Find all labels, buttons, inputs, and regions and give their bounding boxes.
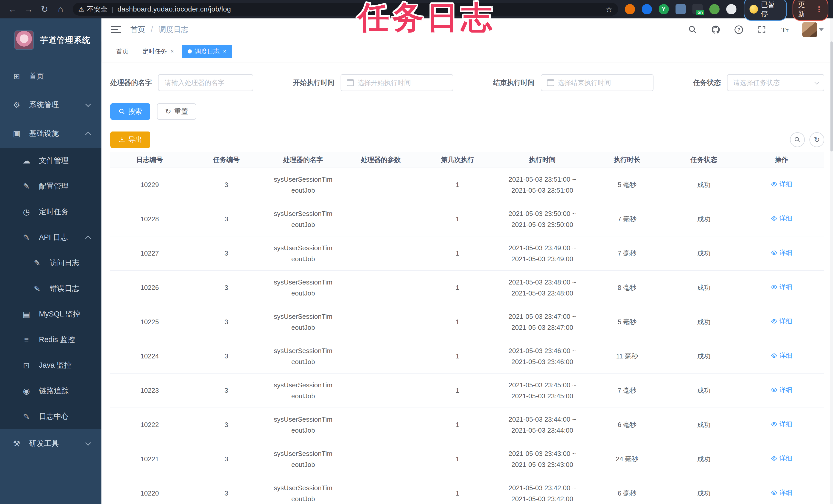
chevron-down-icon (85, 101, 91, 107)
adblock-icon[interactable] (625, 4, 635, 14)
table-row: 102273sysUserSessionTimeoutJob12021-05-0… (110, 236, 824, 271)
sidebar-item-系统管理[interactable]: ⚙系统管理 (0, 91, 101, 119)
date-picker-input[interactable]: 选择开始执行时间 (340, 74, 453, 91)
collapse-menu-icon[interactable] (111, 26, 121, 33)
detail-link[interactable]: 详细 (771, 350, 792, 361)
operation-cell: 详细 (742, 487, 821, 499)
sidebar-item-研发工具[interactable]: ⚒研发工具 (0, 429, 101, 458)
search-button[interactable]: 搜索 (110, 103, 150, 120)
detail-link[interactable]: 详细 (771, 316, 792, 326)
detail-link[interactable]: 详细 (771, 179, 792, 189)
tab-首页[interactable]: 首页 (111, 45, 134, 58)
forward-icon[interactable]: → (21, 4, 37, 14)
exec-time-cell: 2021-05-03 23:51:00 ~2021-05-03 23:51:00 (496, 174, 589, 196)
sidebar-item-MySQL-监控[interactable]: ▤MySQL 监控 (0, 301, 101, 327)
edit-square-icon: ✎ (21, 182, 32, 191)
sidebar-item-错误日志[interactable]: ✎错误日志 (0, 276, 101, 301)
reset-button[interactable]: ↻ 重置 (157, 103, 196, 120)
sidebar-item-label: Redis 监控 (39, 335, 75, 345)
sidebar-logo-row[interactable]: 芋道管理系统 (0, 19, 101, 62)
column-header: 任务状态 (666, 155, 742, 164)
user-menu[interactable] (802, 22, 824, 37)
drop-icon[interactable] (642, 4, 652, 14)
help-icon[interactable]: ? (733, 24, 744, 35)
duration-cell: 6 毫秒 (589, 419, 666, 430)
detail-link[interactable]: 详细 (771, 247, 792, 258)
sidebar-item-Redis-监控[interactable]: ≡Redis 监控 (0, 327, 101, 353)
detail-label: 详细 (780, 384, 792, 395)
back-icon[interactable]: ← (5, 4, 21, 14)
sidebar-item-label: 日志中心 (39, 411, 69, 422)
reset-button-label: 重置 (174, 107, 188, 116)
status-select[interactable]: 请选择任务状态 (727, 74, 824, 91)
status-cell: 成功 (666, 179, 742, 190)
date-picker-input[interactable]: 选择结束执行时间 (541, 74, 653, 91)
browser-menu-icon[interactable]: ⋮ (815, 5, 823, 14)
handler-name-field[interactable] (164, 79, 247, 87)
home-icon[interactable]: ⌂ (52, 4, 68, 14)
toggle-search-icon[interactable] (790, 132, 805, 147)
screenshot-root: ← → ↻ ⌂ ⚠ 不安全 | dashboard.yudao.iocoder.… (0, 0, 833, 504)
detail-label: 详细 (780, 179, 792, 189)
close-icon[interactable]: × (223, 48, 227, 55)
refresh-table-icon[interactable]: ↻ (809, 132, 824, 147)
sidebar-item-配置管理[interactable]: ✎配置管理 (0, 173, 101, 199)
refresh-icon: ↻ (165, 108, 171, 115)
status-cell: 成功 (666, 385, 742, 396)
handler-name-cell: sysUserSessionTimeoutJob (264, 277, 342, 299)
font-size-icon[interactable]: TT (779, 24, 790, 35)
sidebar-item-文件管理[interactable]: ☁文件管理 (0, 148, 101, 173)
paused-label: 已暂停 (761, 0, 781, 19)
operation-cell: 详细 (742, 247, 821, 259)
detail-link[interactable]: 详细 (771, 453, 792, 463)
sidebar-item-定时任务[interactable]: ◷定时任务 (0, 199, 101, 225)
url-bar[interactable]: ⚠ 不安全 | dashboard.yudao.iocoder.cn/job/l… (73, 3, 618, 16)
task-id-cell: 3 (189, 454, 264, 464)
fullscreen-icon[interactable] (756, 24, 767, 35)
detail-link[interactable]: 详细 (771, 282, 792, 292)
search-icon[interactable] (687, 24, 698, 35)
sidebar-item-访问日志[interactable]: ✎访问日志 (0, 250, 101, 276)
sidebar-item-日志中心[interactable]: ✎日志中心 (0, 404, 101, 429)
sidebar-item-label: API 日志 (39, 232, 68, 243)
close-icon[interactable]: × (170, 48, 174, 55)
detail-link[interactable]: 详细 (771, 419, 792, 429)
sidebar-item-链路追踪[interactable]: ◉链路追踪 (0, 378, 101, 404)
scrollbar-thumb[interactable] (830, 42, 833, 151)
sidebar-item-基础设施[interactable]: ▣基础设施 (0, 119, 101, 148)
tags-view: 首页定时任务×调度日志× (102, 41, 833, 62)
tab-调度日志[interactable]: 调度日志× (182, 45, 232, 58)
on-switch-icon[interactable]: on (692, 4, 703, 14)
duration-cell: 24 毫秒 (589, 454, 666, 464)
active-dot-icon (188, 49, 192, 53)
grid-extension-icon[interactable] (675, 4, 686, 14)
detail-link[interactable]: 详细 (771, 213, 792, 224)
handler-name-input[interactable] (158, 74, 253, 91)
detail-label: 详细 (780, 453, 792, 463)
puzzle-extensions-icon[interactable] (726, 4, 736, 14)
sidebar-item-Java-监控[interactable]: ⊡Java 监控 (0, 353, 101, 378)
leaf-extension-icon[interactable] (709, 4, 719, 14)
page-scrollbar[interactable] (830, 19, 833, 504)
calendar-icon (547, 79, 554, 86)
filter-label: 开始执行时间 (293, 78, 334, 87)
detail-link[interactable]: 详细 (771, 487, 792, 498)
page-content: 处理器的名字开始执行时间选择开始执行时间结束执行时间选择结束执行时间任务状态请选… (102, 62, 833, 504)
sidebar-item-API-日志[interactable]: ✎API 日志 (0, 225, 101, 250)
y-extension-icon[interactable]: Y (659, 4, 669, 14)
export-button[interactable]: 导出 (110, 131, 150, 148)
bookmark-star-icon[interactable]: ☆ (605, 5, 613, 14)
tab-定时任务[interactable]: 定时任务× (137, 45, 179, 58)
paused-badge[interactable]: 已暂停 (744, 0, 787, 21)
breadcrumb-home[interactable]: 首页 (130, 25, 145, 33)
task-id-cell: 3 (189, 179, 264, 190)
github-icon[interactable] (710, 24, 721, 35)
sidebar-item-首页[interactable]: ⊞首页 (0, 62, 101, 91)
reload-icon[interactable]: ↻ (37, 4, 52, 14)
task-id-cell: 3 (189, 282, 264, 293)
log-id-cell: 10223 (110, 385, 189, 396)
sidebar-item-label: 文件管理 (39, 155, 69, 166)
detail-link[interactable]: 详细 (771, 384, 792, 395)
update-button[interactable]: 更新 ⋮ (792, 0, 828, 21)
log-id-cell: 10222 (110, 419, 189, 430)
